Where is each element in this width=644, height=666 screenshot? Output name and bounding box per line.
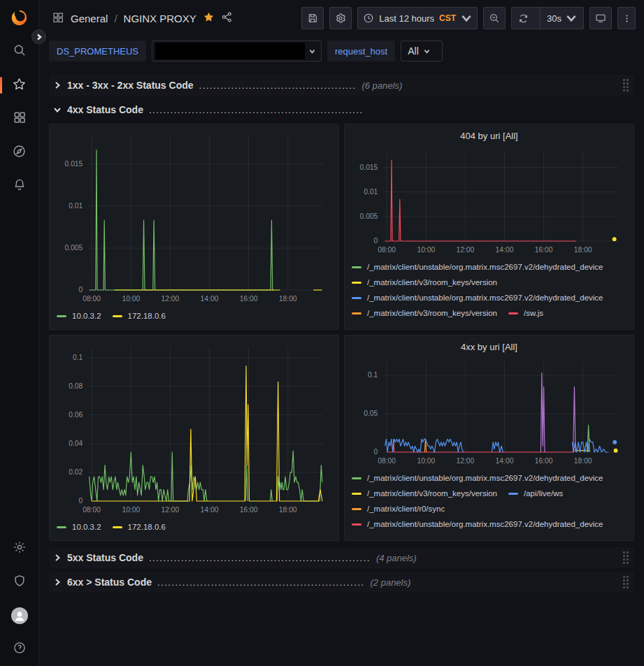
svg-text:0.1: 0.1 bbox=[368, 371, 378, 379]
row-drag-handle[interactable] bbox=[623, 79, 629, 92]
row-leader-dots: ........................................… bbox=[199, 80, 357, 91]
series-color-swatch bbox=[57, 315, 66, 317]
legend-item[interactable]: /_matrix/client/v3/room_keys/version bbox=[352, 278, 497, 287]
sidebar-expand-button[interactable] bbox=[31, 29, 46, 44]
refresh-button[interactable] bbox=[512, 8, 535, 29]
user-avatar bbox=[11, 607, 28, 624]
legend-item[interactable]: /_matrix/client/unstable/org.matrix.msc2… bbox=[352, 520, 603, 528]
legend-item[interactable]: /sw.js bbox=[508, 309, 543, 317]
svg-text:0.015: 0.015 bbox=[360, 164, 378, 171]
row-header-4xx[interactable]: 4xx Status Code ........................… bbox=[49, 99, 634, 120]
question-icon bbox=[13, 641, 27, 658]
row-drag-handle[interactable] bbox=[623, 576, 629, 588]
svg-text:0.08: 0.08 bbox=[69, 382, 83, 390]
row-title: 1xx - 3xx - 2xx Status Code bbox=[67, 80, 194, 91]
legend-item[interactable]: 172.18.0.6 bbox=[113, 312, 166, 320]
series-label: /_matrix/client/unstable/org.matrix.msc2… bbox=[367, 263, 603, 271]
legend-item[interactable]: /_matrix/client/unstable/org.matrix.msc2… bbox=[352, 474, 603, 482]
zoom-out-button[interactable] bbox=[483, 7, 506, 29]
svg-text:14:00: 14:00 bbox=[201, 295, 219, 303]
series-label: /_matrix/client/unstable/org.matrix.msc2… bbox=[367, 474, 603, 482]
legend-item[interactable]: /_matrix/client/r0/sync bbox=[352, 505, 445, 513]
grafana-logo[interactable] bbox=[0, 0, 38, 35]
legend-item[interactable]: /_matrix/client/v3/room_keys/version bbox=[352, 489, 497, 498]
sidebar-item-explore[interactable] bbox=[0, 136, 38, 169]
legend-row: /_matrix/client/v3/room_keys/version/api… bbox=[352, 486, 627, 501]
clock-icon bbox=[363, 13, 374, 24]
row-leader-dots: ........................................… bbox=[149, 553, 371, 563]
time-range-picker[interactable]: Last 12 hours CST bbox=[357, 7, 478, 29]
series-label: /_matrix/client/r0/sync bbox=[367, 505, 445, 513]
breadcrumb-folder[interactable]: General bbox=[71, 13, 108, 24]
legend-item[interactable]: /_matrix/client/v3/room_keys/version bbox=[352, 309, 497, 317]
variable-value-ds-prometheus[interactable] bbox=[152, 41, 322, 61]
panel-legend: /_matrix/client/unstable/org.matrix.msc2… bbox=[352, 259, 627, 321]
row-header-5xx[interactable]: 5xx Status Code ........................… bbox=[49, 547, 634, 568]
breadcrumb-separator: / bbox=[114, 13, 117, 24]
more-options-button[interactable] bbox=[617, 7, 636, 29]
sidebar-item-starred[interactable] bbox=[0, 68, 38, 102]
legend-row: /_matrix/client/v3/room_keys/version/sw.… bbox=[352, 305, 627, 321]
svg-text:08:00: 08:00 bbox=[378, 457, 396, 465]
svg-text:12:00: 12:00 bbox=[457, 457, 475, 465]
series-color-swatch bbox=[352, 493, 362, 495]
svg-text:0: 0 bbox=[79, 286, 83, 294]
timeseries-chart[interactable]: 08:0010:0012:0014:0016:0018:0000.0050.01… bbox=[57, 129, 331, 305]
series-color-swatch bbox=[352, 508, 362, 510]
timeseries-chart[interactable]: 08:0010:0012:0014:0016:0018:0000.020.040… bbox=[57, 342, 331, 516]
dashboard-settings-button[interactable] bbox=[329, 7, 352, 29]
main-area: General / NGINX PROXY L bbox=[39, 0, 644, 666]
dashboards-grid-icon bbox=[13, 110, 27, 127]
svg-text:0.02: 0.02 bbox=[69, 468, 83, 476]
legend-item[interactable]: 172.18.0.6 bbox=[113, 523, 166, 531]
sidebar-item-help[interactable] bbox=[0, 632, 38, 666]
favorite-star-icon[interactable] bbox=[203, 11, 215, 25]
panel-4xx-by-uri: 4xx by uri [All] 08:0010:0012:0014:0016:… bbox=[344, 335, 634, 541]
legend-item[interactable]: 10.0.3.2 bbox=[57, 523, 101, 531]
panel-title[interactable]: 404 by uri [All] bbox=[352, 129, 627, 145]
chevron-right-icon bbox=[53, 553, 62, 562]
series-label: /_matrix/client/v3/room_keys/version bbox=[367, 489, 497, 498]
row-header-6xx[interactable]: 6xx > Status Code ......................… bbox=[49, 572, 634, 593]
timeseries-chart[interactable]: 08:0010:0012:0014:0016:0018:0000.0050.01… bbox=[352, 145, 627, 256]
svg-text:0.005: 0.005 bbox=[65, 244, 83, 252]
chevron-down-icon bbox=[309, 48, 315, 55]
sidebar-item-settings[interactable] bbox=[0, 532, 38, 565]
sidebar-item-alerting[interactable] bbox=[0, 169, 38, 203]
row-title: 4xx Status Code bbox=[67, 104, 143, 115]
tv-mode-button[interactable] bbox=[589, 7, 612, 29]
refresh-interval-dropdown[interactable]: 30s bbox=[540, 8, 583, 29]
legend-item[interactable]: 10.0.3.2 bbox=[57, 312, 101, 320]
row-panel-count: (6 panels) bbox=[362, 80, 402, 91]
series-label: 172.18.0.6 bbox=[128, 312, 166, 320]
chevron-down-icon bbox=[53, 106, 62, 114]
dashboard-toolbar: General / NGINX PROXY L bbox=[39, 0, 644, 36]
legend-item[interactable]: /_matrix/client/unstable/org.matrix.msc2… bbox=[352, 294, 603, 302]
timeseries-chart[interactable]: 08:0010:0012:0014:0016:0018:0000.050.1 bbox=[352, 356, 627, 468]
legend-item[interactable]: /_matrix/client/unstable/org.matrix.msc2… bbox=[352, 263, 603, 271]
variable-value-request-host[interactable]: All bbox=[401, 41, 443, 61]
page-title[interactable]: NGINX PROXY bbox=[124, 13, 196, 24]
svg-text:16:00: 16:00 bbox=[535, 457, 553, 465]
sidebar bbox=[0, 0, 39, 666]
row-drag-handle[interactable] bbox=[623, 551, 629, 564]
svg-text:18:00: 18:00 bbox=[574, 457, 592, 465]
svg-text:0: 0 bbox=[374, 448, 378, 456]
svg-text:0.06: 0.06 bbox=[69, 411, 83, 419]
svg-text:0.01: 0.01 bbox=[364, 188, 378, 196]
panel-title[interactable]: 4xx by uri [All] bbox=[352, 340, 627, 356]
compass-icon bbox=[12, 144, 27, 161]
series-label: /_matrix/client/v3/room_keys/version bbox=[367, 309, 497, 317]
save-dashboard-button[interactable] bbox=[301, 7, 324, 29]
sidebar-item-user[interactable] bbox=[0, 599, 38, 632]
chevron-right-icon bbox=[53, 578, 62, 586]
sidebar-item-server-admin[interactable] bbox=[0, 565, 38, 599]
series-color-swatch bbox=[508, 312, 518, 314]
share-icon[interactable] bbox=[221, 11, 233, 25]
series-color-swatch bbox=[352, 477, 362, 479]
sidebar-item-dashboards[interactable] bbox=[0, 102, 38, 136]
legend-row: /_matrix/client/unstable/org.matrix.msc2… bbox=[352, 470, 627, 486]
row-header-1xx-3xx-2xx[interactable]: 1xx - 3xx - 2xx Status Code ............… bbox=[49, 75, 634, 96]
legend-item[interactable]: /api/live/ws bbox=[508, 489, 563, 498]
svg-text:08:00: 08:00 bbox=[378, 246, 396, 254]
